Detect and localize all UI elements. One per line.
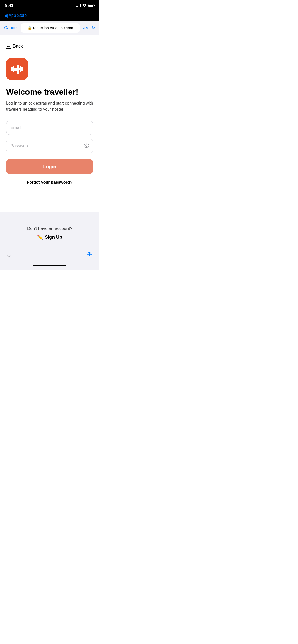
browser-url: roduction.eu.auth0.com — [33, 26, 73, 30]
signup-section: Don't have an account? ✏️ Sign Up — [0, 219, 99, 249]
password-form-group — [6, 139, 93, 153]
signal-icon — [76, 4, 81, 7]
status-bar: 9:41 — [0, 0, 99, 11]
signup-area: Don't have an account? ✏️ Sign Up — [0, 212, 99, 249]
svg-rect-3 — [14, 68, 20, 70]
welcome-title: Welcome traveller! — [6, 87, 93, 97]
browser-bar: Cancel 🔒 roduction.eu.auth0.com AA ↻ — [0, 21, 99, 35]
url-bar[interactable]: 🔒 roduction.eu.auth0.com — [21, 23, 80, 33]
password-input[interactable] — [6, 139, 93, 153]
status-time: 9:41 — [5, 3, 13, 8]
pencil-icon: ✏️ — [37, 234, 43, 240]
back-arrow-icon: ← — [6, 43, 11, 49]
login-button[interactable]: Login — [6, 159, 93, 174]
svg-point-9 — [84, 144, 89, 148]
bottom-browser-bar: ‹ › — [0, 249, 99, 262]
back-button[interactable]: ← Back — [6, 43, 93, 49]
aa-button[interactable]: AA — [83, 26, 88, 30]
signup-label: Sign Up — [45, 235, 62, 240]
refresh-icon[interactable]: ↻ — [92, 25, 95, 31]
svg-point-10 — [86, 145, 87, 147]
content-area: ← Back — [0, 35, 99, 212]
status-icons — [76, 4, 94, 8]
appstore-back-label[interactable]: App Store — [9, 13, 27, 18]
home-bar — [33, 265, 66, 266]
email-input[interactable] — [6, 121, 93, 135]
show-password-icon[interactable] — [84, 143, 89, 149]
home-indicator — [0, 262, 99, 270]
divider — [0, 212, 99, 212]
forgot-password-link[interactable]: Forgot your password? — [27, 180, 73, 184]
app-logo — [6, 58, 28, 80]
appstore-chevron-icon: ◀ — [4, 13, 8, 18]
share-button[interactable] — [87, 252, 92, 260]
forgot-password-section: Forgot your password? — [6, 180, 93, 185]
lock-icon: 🔒 — [28, 26, 32, 30]
hostelworld-logo-icon — [9, 62, 25, 77]
browser-forward-button[interactable]: › — [9, 252, 11, 259]
signup-link[interactable]: ✏️ Sign Up — [37, 234, 62, 240]
browser-back-button[interactable]: ‹ — [7, 252, 9, 259]
cancel-button[interactable]: Cancel — [4, 25, 18, 31]
email-form-group — [6, 121, 93, 135]
battery-icon — [88, 4, 94, 7]
welcome-subtitle: Log in to unlock extras and start connec… — [6, 100, 93, 112]
back-label: Back — [13, 43, 23, 49]
no-account-text: Don't have an account? — [6, 226, 93, 231]
browser-controls: AA ↻ — [83, 25, 95, 31]
wifi-icon — [82, 4, 86, 8]
appstore-back-nav[interactable]: ◀ App Store — [0, 11, 99, 21]
